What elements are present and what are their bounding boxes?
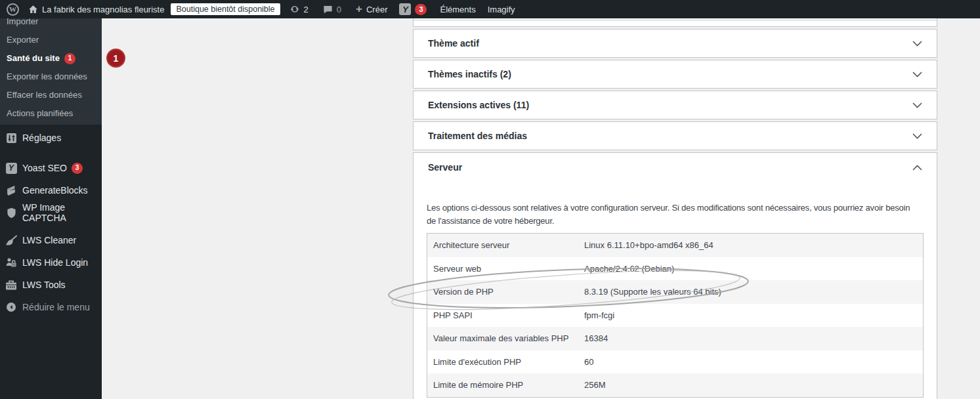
accordion-theme-actif[interactable]: Thème actif [413, 29, 937, 58]
yoast-icon: Y [399, 3, 411, 15]
sidebar-item-actions-planifiees[interactable]: Actions planifiées [7, 104, 102, 123]
sidebar-item-effacer-les-donnees[interactable]: Effacer les données [7, 86, 102, 104]
collapse-icon [0, 302, 22, 312]
chevron-down-icon [912, 41, 922, 47]
table-row-php-version: Version de PHP 8.3.19 (Supporte les vale… [427, 280, 923, 304]
table-row: PHP SAPI fpm-fcgi [427, 304, 923, 327]
sidebar-item-wp-image-captcha[interactable]: WP Image CAPTCHA [0, 201, 102, 224]
sidebar-item-reduire-le-menu[interactable]: Réduire le menu [0, 296, 102, 318]
new-content-label: Créer [366, 5, 388, 14]
accordion-traitement-des-medias[interactable]: Traitement des médias [413, 121, 937, 150]
broom-icon [0, 235, 22, 246]
sidebar-item-importer[interactable]: Importer [7, 18, 102, 31]
table-row: Limite d'exécution PHP 60 [427, 350, 923, 374]
elements-menu[interactable]: Éléments [440, 5, 475, 14]
yoast-menu[interactable]: Y 3 [399, 3, 427, 15]
chevron-down-icon [912, 72, 922, 77]
server-section-card: Serveur Les options ci-dessous sont rela… [413, 152, 937, 399]
updates-menu[interactable]: 2 [289, 4, 309, 14]
server-section-body: Les options ci-dessous sont relatives à … [414, 201, 937, 398]
table-row: Limite de mémoire PHP 256M [427, 373, 923, 397]
accordion-extensions-actives[interactable]: Extensions actives (11) [413, 91, 937, 119]
accordion-serveur[interactable]: Serveur [414, 153, 937, 182]
plus-icon: + [356, 3, 362, 14]
yoast-menu-badge: 3 [72, 163, 83, 174]
site-health-issues-badge: 1 [64, 53, 75, 64]
updates-count: 2 [304, 5, 309, 14]
settings-icon [0, 133, 22, 144]
sidebar-item-exporter[interactable]: Exporter [7, 31, 102, 49]
sidebar-item-generateblocks[interactable]: GenerateBlocks [0, 179, 102, 201]
sidebar-item-exporter-les-donnees[interactable]: Exporter les données [7, 68, 102, 86]
yoast-notification-badge: 3 [415, 4, 427, 15]
admin-main-menu: Réglages Y Yoast SEO 3 GenerateBlocks WP… [0, 125, 102, 318]
sidebar-item-lws-tools[interactable]: LWS Tools [0, 274, 102, 296]
comments-menu[interactable]: 0 [323, 5, 341, 14]
home-icon [28, 5, 38, 14]
comments-count: 0 [337, 5, 341, 14]
update-icon [289, 4, 300, 14]
chevron-up-icon [912, 165, 922, 171]
admin-bar: W La fabrik des magnolias fleuriste Bout… [0, 0, 980, 18]
site-name-link[interactable]: La fabrik des magnolias fleuriste [28, 5, 164, 14]
sidebar-item-sante-du-site[interactable]: Santé du site 1 [7, 49, 102, 68]
server-description: Les options ci-dessous sont relatives à … [427, 201, 925, 228]
admin-sidebar: Importer Exporter Santé du site 1 Export… [0, 18, 102, 399]
comment-icon [323, 5, 333, 14]
site-health-info-panel: Thème actif Thèmes inactifs (2) Extensio… [413, 18, 937, 399]
sidebar-item-lws-cleaner[interactable]: LWS Cleaner [0, 229, 102, 251]
menu-separator [0, 149, 102, 157]
previous-section-stub [413, 18, 937, 27]
server-info-table: Architecture serveur Linux 6.11.10+bpo-a… [427, 233, 924, 398]
sidebar-item-reglages[interactable]: Réglages [0, 127, 102, 149]
toolbox-icon [0, 280, 22, 291]
site-name: La fabrik des magnolias fleuriste [42, 5, 164, 14]
yoast-icon: Y [0, 163, 22, 174]
coming-soon-badge[interactable]: Boutique bientôt disponible [171, 3, 280, 15]
table-row: Architecture serveur Linux 6.11.10+bpo-a… [427, 234, 923, 257]
table-row: Serveur web Apache/2.4.62 (Debian) [427, 257, 923, 281]
chevron-down-icon [912, 133, 922, 139]
step-1-annotation: 1 [106, 49, 125, 68]
sidebar-item-yoast-seo[interactable]: Y Yoast SEO 3 [0, 157, 102, 179]
sidebar-item-lws-hide-login[interactable]: LWS Hide Login [0, 251, 102, 274]
wordpress-logo-icon[interactable]: W [7, 3, 19, 16]
chevron-down-icon [912, 102, 922, 108]
generateblocks-icon [0, 185, 22, 196]
table-row: Valeur maximale des variables PHP 16384 [427, 327, 923, 350]
shield-icon [0, 207, 22, 219]
accordion-themes-inactifs[interactable]: Thèmes inactifs (2) [413, 60, 937, 89]
tools-submenu: Importer Exporter Santé du site 1 Export… [0, 18, 102, 125]
imagify-menu[interactable]: Imagify [488, 5, 515, 14]
lock-user-icon [0, 257, 22, 268]
new-content-menu[interactable]: + Créer [356, 5, 387, 14]
